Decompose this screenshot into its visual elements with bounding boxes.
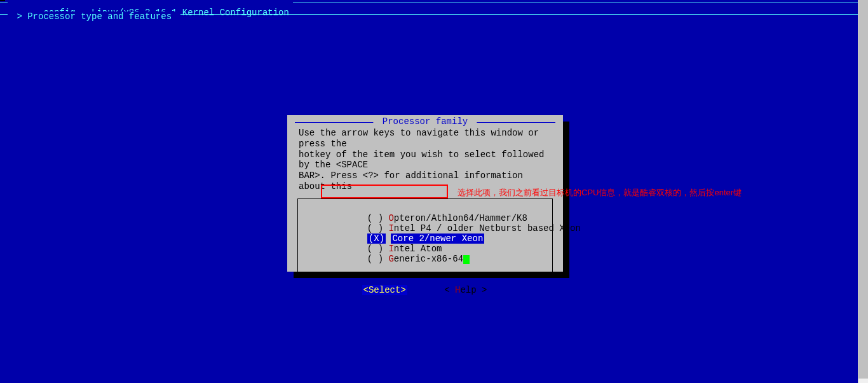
help-button-rest: elp <box>460 285 476 295</box>
dialog-title-wrap: Processor family <box>295 119 555 125</box>
option-intel-p4[interactable]: ( ) Intel P4 / older Netburst based Xeon <box>303 213 547 223</box>
vertical-scrollbar[interactable] <box>858 0 868 383</box>
terminal-background: .config - Linux/x86 3.16.1 Kernel Config… <box>0 0 858 383</box>
help-button[interactable]: < Help > <box>443 285 488 295</box>
text-cursor <box>463 255 470 264</box>
option-marker: ( ) <box>367 254 383 264</box>
option-generic-x86-64[interactable]: ( ) Generic-x86-64 <box>303 244 547 254</box>
option-hotkey: G <box>388 254 393 264</box>
option-list: ( ) Opteron/Athlon64/Hammer/K8 ( ) Intel… <box>297 198 553 274</box>
option-core2-newer-xeon[interactable]: (X) Core 2/newer Xeon <box>303 223 547 233</box>
dialog-title: Processor family <box>373 116 477 127</box>
scrollbar-thumb[interactable] <box>858 0 868 379</box>
option-opteron[interactable]: ( ) Opteron/Athlon64/Hammer/K8 <box>303 203 547 213</box>
select-button[interactable]: <Select> <box>362 285 407 295</box>
select-button-label: Select <box>369 285 400 295</box>
annotation-text: 选择此项，我们之前看过目标机的CPU信息，就是酷睿双核的，然后按enter键 <box>458 187 742 198</box>
top-dash <box>0 0 5 1</box>
option-intel-atom[interactable]: ( ) Intel Atom <box>303 233 547 244</box>
breadcrumb: > Processor type and features <box>8 11 180 22</box>
dialog-button-row: <Select> < Help > <box>295 285 555 295</box>
option-label: eneric-x86-64 <box>394 254 463 264</box>
